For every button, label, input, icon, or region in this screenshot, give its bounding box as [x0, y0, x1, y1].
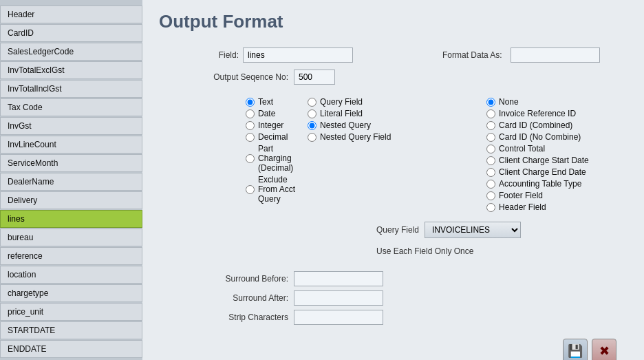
type-radio-input-date[interactable] — [246, 109, 255, 118]
format-radio-input-none[interactable] — [486, 98, 495, 107]
format-radio-label-client_charge_start: Client Charge Start Date — [499, 156, 589, 165]
format-data-input[interactable] — [511, 47, 600, 63]
type-radio-date: Date — [246, 109, 308, 118]
surround-section: Surround Before: Surround After: Strip C… — [156, 271, 630, 325]
output-seq-label: Output Seqence No: — [156, 72, 294, 82]
format-radio-client_charge_end: Client Charge End Date — [486, 167, 589, 177]
sidebar-item-enddate[interactable]: ENDDATE — [0, 340, 142, 358]
surround-before-label: Surround Before: — [156, 274, 294, 284]
field-radio-input-nested_query[interactable] — [308, 121, 316, 130]
strip-characters-label: Strip Characters — [156, 313, 294, 322]
sidebar-item-reference[interactable]: reference — [0, 247, 142, 265]
use-each-label: Use Each Field Only Once — [156, 246, 630, 256]
format-radio-label-control_total: Control Total — [499, 144, 545, 153]
middle-section: TextDateIntegerDecimalPart Charging (Dec… — [156, 97, 630, 212]
field-radio-label-literal_field: Literal Field — [320, 109, 363, 118]
strip-characters-input[interactable] — [294, 310, 383, 325]
main-content: Output Format Field: Format Data As: Out… — [142, 0, 644, 360]
sidebar-item-bureau[interactable]: bureau — [0, 229, 142, 246]
type-radio-input-text[interactable] — [246, 98, 255, 107]
field-radio-nested_query_field: Nested Query Field — [308, 132, 445, 142]
format-radio-input-invoice_ref[interactable] — [486, 109, 495, 118]
output-seq-input[interactable] — [294, 70, 335, 85]
save-button[interactable]: 💾 — [563, 339, 588, 360]
type-radio-group: TextDateIntegerDecimalPart Charging (Dec… — [156, 97, 308, 212]
sidebar-item-invtotalinclgst[interactable]: InvTotalInclGst — [0, 80, 142, 98]
format-radio-input-card_id_combined[interactable] — [486, 121, 495, 130]
surround-after-row: Surround After: — [156, 290, 630, 306]
format-radio-control_total: Control Total — [486, 144, 589, 153]
sidebar-item-salesledgercode[interactable]: SalesLedgerCode — [0, 43, 142, 61]
field-radio-query_field: Query Field — [308, 97, 445, 107]
strip-characters-row: Strip Characters — [156, 310, 630, 325]
type-radio-input-integer[interactable] — [246, 121, 255, 130]
format-radio-card_id_no_combine: Card ID (No Combine) — [486, 132, 589, 142]
field-radio-input-nested_query_field[interactable] — [308, 133, 316, 142]
format-radio-label-none: None — [499, 97, 519, 107]
format-radio-input-card_id_no_combine[interactable] — [486, 133, 495, 142]
type-radio-input-exclude[interactable] — [246, 185, 255, 194]
format-radio-input-control_total[interactable] — [486, 145, 495, 153]
format-radio-label-invoice_ref: Invoice Reference ID — [499, 109, 576, 118]
surround-before-row: Surround Before: — [156, 271, 630, 286]
sidebar-item-lines[interactable]: lines — [0, 210, 142, 228]
format-radio-input-footer_field[interactable] — [486, 191, 495, 200]
format-radio-header_field: Header Field — [486, 202, 589, 212]
sidebar-item-invlinecount[interactable]: InvLineCount — [0, 136, 142, 153]
sidebar-item-price_unit[interactable]: price_unit — [0, 303, 142, 321]
sidebar-item-invgst[interactable]: InvGst — [0, 117, 142, 135]
field-radio-nested_query: Nested Query — [308, 120, 445, 130]
type-radio-label-decimal: Decimal — [258, 132, 288, 142]
format-radio-accounting_table: Accounting Table Type — [486, 179, 589, 189]
format-radio-label-client_charge_end: Client Charge End Date — [499, 167, 586, 177]
field-radio-label-query_field: Query Field — [320, 97, 363, 107]
field-label: Field: — [156, 50, 239, 60]
field-input[interactable] — [243, 47, 353, 63]
sidebar-item-dealername[interactable]: DealerName — [0, 173, 142, 191]
type-radio-input-decimal[interactable] — [246, 133, 255, 142]
field-radio-input-query_field[interactable] — [308, 98, 316, 107]
top-row: Field: Format Data As: — [156, 47, 630, 63]
sidebar-item-startdate[interactable]: STARTDATE — [0, 321, 142, 339]
query-field-select[interactable]: INVOICELINES — [425, 222, 521, 238]
content-area: Field: Format Data As: Output Seqence No… — [142, 41, 644, 360]
sidebar-item-header[interactable]: Header — [0, 6, 142, 23]
sidebar-item-delivery[interactable]: Delivery — [0, 191, 142, 209]
sidebar: HeaderCardIDSalesLedgerCodeInvTotalExclG… — [0, 0, 142, 360]
type-radio-text: Text — [246, 97, 308, 107]
surround-after-input[interactable] — [294, 290, 383, 306]
type-radio-exclude: Exclude From Acct Query — [246, 175, 308, 204]
query-field-row: Query Field INVOICELINES — [156, 222, 630, 238]
sidebar-item-cardid[interactable]: CardID — [0, 24, 142, 42]
seq-row: Output Seqence No: — [156, 70, 630, 85]
format-radio-label-accounting_table: Accounting Table Type — [499, 179, 581, 189]
query-field-label: Query Field — [376, 225, 419, 235]
field-radio-label-nested_query_field: Nested Query Field — [320, 132, 391, 142]
sidebar-item-tax-code[interactable]: Tax Code — [0, 98, 142, 116]
field-radio-group: Query FieldLiteral FieldNested QueryNest… — [308, 97, 445, 142]
type-radio-label-integer: Integer — [258, 120, 283, 130]
surround-before-input[interactable] — [294, 271, 383, 286]
format-radio-label-card_id_no_combine: Card ID (No Combine) — [499, 132, 581, 142]
field-radio-input-literal_field[interactable] — [308, 109, 316, 118]
button-row: 💾 ✖ — [156, 339, 630, 360]
sidebar-item-chargetype[interactable]: chargetype — [0, 284, 142, 302]
type-radio-label-exclude: Exclude From Acct Query — [258, 175, 308, 204]
format-radio-input-client_charge_end[interactable] — [486, 168, 495, 177]
type-radio-integer: Integer — [246, 120, 308, 130]
sidebar-item-location[interactable]: location — [0, 266, 142, 284]
type-radio-input-part_charging[interactable] — [246, 154, 255, 163]
type-radio-label-part_charging: Part Charging (Decimal) — [258, 144, 308, 173]
type-radio-part_charging: Part Charging (Decimal) — [246, 144, 308, 173]
sidebar-item-servicemonth[interactable]: ServiceMonth — [0, 154, 142, 172]
surround-after-label: Surround After: — [156, 293, 294, 303]
type-radio-label-text: Text — [258, 97, 273, 107]
format-radio-input-accounting_table[interactable] — [486, 180, 495, 189]
format-radio-input-header_field[interactable] — [486, 203, 495, 212]
sidebar-item-invtotalexclgst[interactable]: InvTotalExclGst — [0, 61, 142, 79]
cancel-button[interactable]: ✖ — [592, 339, 616, 360]
format-radio-card_id_combined: Card ID (Combined) — [486, 120, 589, 130]
type-radio-label-date: Date — [258, 109, 275, 118]
format-radio-input-client_charge_start[interactable] — [486, 156, 495, 165]
format-radio-invoice_ref: Invoice Reference ID — [486, 109, 589, 118]
